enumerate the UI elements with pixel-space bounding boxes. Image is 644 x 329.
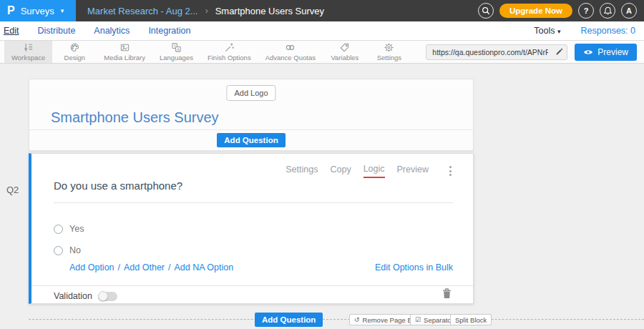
toolbar-item-media-library[interactable]: Media Library [97, 41, 152, 63]
add-question-band: Add Question [29, 129, 473, 150]
nav-tab-analytics[interactable]: Analytics [94, 26, 130, 36]
tools-menu[interactable]: Tools ▾ [534, 26, 560, 36]
answer-option-no[interactable]: No [54, 245, 81, 255]
split-block-label: Split Block [455, 316, 487, 324]
survey-title[interactable]: Smartphone Users Survey [51, 109, 219, 126]
svg-text:A: A [177, 47, 180, 51]
breadcrumb-current: Smartphone Users Survey [215, 6, 324, 16]
nav-tab-integration[interactable]: Integration [148, 26, 190, 36]
surveys-menu[interactable]: P Surveys ▾ [0, 0, 76, 21]
toolbar-item-workspace[interactable]: Workspace [4, 41, 52, 63]
toolbar-item-label: Variables [331, 54, 358, 62]
toolbar-item-label: Finish Options [208, 54, 251, 62]
checkbox-checked-icon: ☑ [415, 316, 421, 323]
upgrade-now-button[interactable]: Upgrade Now [499, 4, 572, 18]
languages-icon: Az [171, 42, 182, 53]
add-logo-button[interactable]: Add Logo [226, 85, 275, 101]
help-button[interactable]: ? [578, 3, 594, 19]
split-block-button[interactable]: Split Block [450, 314, 492, 325]
tab-preview[interactable]: Preview [397, 164, 429, 177]
radio-icon[interactable] [54, 225, 63, 234]
link-separator: / [118, 262, 120, 272]
radio-icon[interactable] [54, 246, 63, 255]
top-header-bar: P Surveys ▾ Market Research - Aug 2... ›… [0, 0, 644, 21]
toolbar-item-label: Languages [160, 54, 193, 62]
bell-icon [604, 6, 612, 15]
nav-right-group: Tools ▾ Responses: 0 [534, 26, 635, 36]
edit-options-in-bulk-link[interactable]: Edit Options in Bulk [375, 262, 453, 272]
option-label: Yes [69, 224, 84, 234]
breadcrumb-separator-icon: › [205, 6, 208, 16]
nav-tab-distribute[interactable]: Distribute [38, 26, 76, 36]
questionpro-logo-icon: P [7, 5, 15, 16]
search-icon [482, 6, 490, 15]
question-number-label: Q2 [6, 185, 19, 195]
tab-logic[interactable]: Logic [364, 164, 385, 178]
toolbar-item-label: Advance Quotas [265, 54, 316, 62]
toggle-knob [98, 291, 108, 301]
media-library-icon [119, 42, 130, 53]
option-links: Add Option / Add Other / Add NA Option [69, 262, 233, 272]
settings-icon [384, 42, 394, 53]
nav-tab-edit[interactable]: Edit [4, 26, 19, 36]
answer-option-yes[interactable]: Yes [54, 224, 84, 234]
question-text[interactable]: Do you use a smartphone? [54, 180, 453, 203]
delete-question-button[interactable] [442, 288, 452, 299]
questionpro-survey-editor: P Surveys ▾ Market Research - Aug 2... ›… [0, 0, 644, 329]
option-label: No [69, 245, 81, 255]
avatar-initial: A [626, 6, 632, 15]
edit-url-button[interactable] [551, 45, 567, 59]
more-options-kebab-icon[interactable] [447, 164, 454, 177]
notifications-button[interactable] [600, 3, 615, 19]
add-other-link[interactable]: Add Other [124, 262, 165, 272]
surveys-menu-label: Surveys [21, 6, 54, 16]
search-button[interactable] [478, 3, 494, 19]
editor-toolbar: Workspace Design Media Library Az Langua… [0, 41, 644, 64]
responses-count[interactable]: Responses: 0 [581, 26, 635, 36]
toolbar-item-label: Media Library [104, 54, 145, 62]
page-break-row: Add Question ↺ Remove Page Break ☑ Separ… [29, 313, 644, 327]
tab-settings[interactable]: Settings [286, 164, 318, 177]
finish-options-icon [224, 42, 235, 53]
survey-url-field [426, 44, 567, 60]
validation-divider [31, 285, 473, 286]
toolbar-right-group: Preview [426, 41, 644, 63]
toolbar-item-label: Design [64, 54, 86, 62]
toolbar-item-variables[interactable]: Variables [323, 41, 367, 63]
preview-button[interactable]: Preview [575, 44, 637, 61]
workspace-icon [23, 42, 34, 53]
toolbar-item-advance-quotas[interactable]: Advance Quotas [258, 41, 323, 63]
survey-url-input[interactable] [426, 48, 551, 57]
question-card: Settings Copy Logic Preview Do you use a… [29, 153, 474, 304]
dashed-page-break-line [29, 319, 644, 320]
tab-copy[interactable]: Copy [330, 164, 351, 177]
variables-icon [339, 42, 350, 53]
toolbar-item-design[interactable]: Design [52, 41, 97, 63]
advance-quotas-icon [285, 42, 296, 53]
validation-label: Validation [54, 291, 92, 301]
link-separator: / [168, 262, 170, 272]
toolbar-item-label: Settings [377, 54, 401, 62]
add-option-link[interactable]: Add Option [69, 262, 114, 272]
toolbar-item-settings[interactable]: Settings [367, 41, 411, 63]
undo-icon: ↺ [354, 316, 360, 323]
eye-icon [583, 49, 593, 56]
chevron-down-icon: ▾ [61, 7, 64, 14]
chevron-down-icon: ▾ [557, 28, 561, 35]
survey-header-card: Add Logo Smartphone Users Survey Add Que… [29, 79, 474, 151]
add-question-button-bottom[interactable]: Add Question [255, 313, 323, 327]
toolbar-item-languages[interactable]: Az Languages [152, 41, 200, 63]
question-tabs: Settings Copy Logic Preview [286, 164, 454, 178]
avatar[interactable]: A [621, 3, 637, 19]
add-na-option-link[interactable]: Add NA Option [175, 262, 234, 272]
breadcrumb-parent[interactable]: Market Research - Aug 2... [87, 6, 198, 16]
breadcrumb: Market Research - Aug 2... › Smartphone … [87, 6, 324, 16]
trash-icon [442, 288, 452, 299]
survey-nav-bar: Edit Distribute Analytics Integration To… [0, 21, 644, 41]
validation-toggle[interactable] [98, 292, 117, 301]
question-mark-icon: ? [584, 6, 589, 15]
preview-button-label: Preview [597, 47, 628, 57]
add-question-button-top[interactable]: Add Question [217, 133, 285, 147]
separator-label: Separator [424, 316, 454, 324]
toolbar-item-finish-options[interactable]: Finish Options [200, 41, 258, 63]
